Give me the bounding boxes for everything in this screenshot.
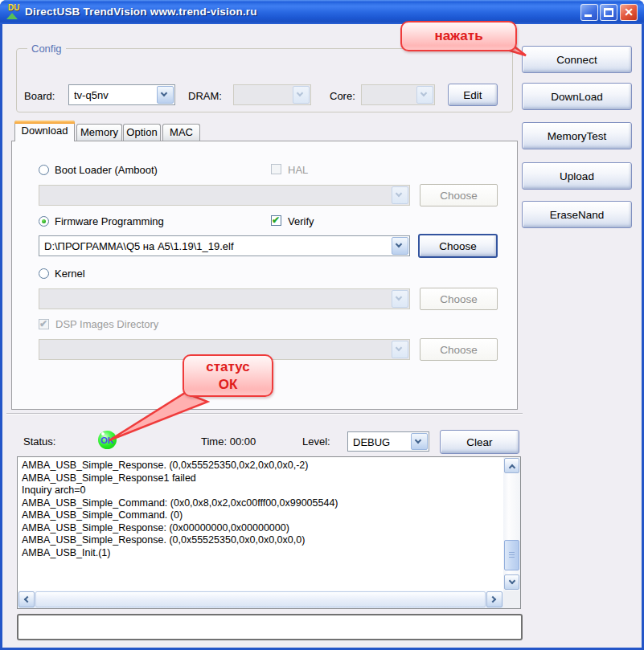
chevron-down-icon	[396, 345, 402, 351]
dsp-path-dropdown-button	[392, 341, 408, 358]
kernel-radio[interactable]	[39, 268, 49, 279]
hal-checkbox	[271, 164, 281, 174]
firmware-path-value: D:\ПРОГРАММА\Q5 на A5\1.19\1_19.elf	[44, 240, 388, 252]
firmware-path-dropdown-button[interactable]	[392, 237, 408, 255]
horizontal-scroll-thumb[interactable]	[35, 591, 486, 607]
board-combobox-value: tv-q5nv	[74, 89, 154, 101]
verify-checkbox-label: Verify	[288, 215, 314, 227]
log-line: AMBA_USB_Simple_Response: (0x00000000,0x…	[22, 522, 499, 535]
titlebar: DU DirectUSB TrendVision www.trend-visio…	[0, 0, 644, 24]
time-value: 00:00	[230, 435, 256, 448]
log-output[interactable]: AMBA_USB_Simple_Response. (0,0x55525350,…	[17, 456, 521, 609]
dram-combobox-dropdown-button	[293, 86, 310, 104]
kernel-path-dropdown-button	[392, 290, 408, 308]
board-combobox-dropdown-button[interactable]	[157, 86, 174, 104]
choose-bootloader-button: Choose	[420, 184, 498, 206]
config-legend: Config	[27, 43, 66, 55]
app-icon: DU	[6, 4, 23, 20]
chevron-down-icon	[509, 578, 515, 584]
firmware-path-combobox[interactable]: D:\ПРОГРАММА\Q5 на A5\1.19\1_19.elf	[39, 235, 410, 256]
log-line: AMBA_USB_Simple_Command. (0)	[22, 509, 499, 522]
log-line: AMBA_USB_Simple_Response1 failed	[22, 472, 499, 485]
log-line: Inquiry arch=0	[22, 484, 499, 497]
bootloader-radio[interactable]	[39, 165, 49, 175]
maximize-button[interactable]	[600, 4, 617, 21]
scrollbar-corner	[503, 591, 520, 608]
log-line: AMBA_USB_Simple_Response. (0,0x55525350,…	[22, 534, 499, 547]
erasenand-button[interactable]: EraseNand	[522, 201, 632, 228]
verify-checkbox[interactable]	[271, 215, 281, 226]
firmware-radio-label: Firmware Programming	[55, 215, 164, 227]
kernel-radio-label: Kernel	[55, 268, 85, 280]
chevron-down-icon	[161, 90, 167, 96]
command-input[interactable]	[17, 614, 523, 640]
log-line: AMBA_USB_Simple_Command: (0x0,0x8,0x2,0x…	[22, 497, 499, 510]
scroll-left-button[interactable]	[18, 591, 35, 607]
tab-memory[interactable]: Memory	[76, 124, 122, 141]
connect-callout: нажать	[400, 21, 517, 51]
download-button[interactable]: DownLoad	[522, 83, 632, 110]
board-label: Board:	[24, 90, 55, 102]
chevron-down-icon	[297, 90, 303, 96]
firmware-radio[interactable]	[39, 216, 49, 227]
connect-button[interactable]: Connect	[522, 46, 632, 73]
level-combobox[interactable]: DEBUG	[347, 431, 429, 452]
app-icon-triangle	[6, 13, 18, 19]
chevron-down-icon	[415, 437, 421, 444]
status-callout: статус ОК	[183, 354, 273, 397]
maximize-icon	[604, 8, 613, 17]
core-label: Core:	[330, 90, 355, 102]
scroll-right-button[interactable]	[486, 591, 502, 607]
core-combobox-dropdown-button	[416, 86, 433, 104]
chevron-down-icon	[396, 294, 402, 300]
tab-download[interactable]: Download	[14, 121, 75, 141]
tab-option[interactable]: Option	[123, 124, 161, 141]
level-combobox-value: DEBUG	[353, 436, 408, 448]
dsp-checkbox-label: DSP Images Directory	[55, 318, 158, 330]
chevron-down-icon	[420, 90, 427, 96]
scroll-up-button[interactable]	[504, 458, 519, 473]
clear-button[interactable]: Clear	[440, 430, 519, 454]
chevron-up-icon	[509, 464, 515, 471]
bootloader-radio-label: Boot Loader (Amboot)	[55, 164, 158, 176]
upload-button[interactable]: Upload	[522, 162, 632, 190]
log-line: AMBA_USB_Simple_Response. (0,0x55525350,…	[22, 460, 499, 472]
tab-mac[interactable]: MAC	[162, 124, 200, 141]
app-window: DU DirectUSB TrendVision www.trend-visio…	[0, 0, 644, 650]
minimize-button[interactable]	[580, 4, 598, 21]
dram-combobox	[233, 84, 311, 105]
level-combobox-dropdown-button[interactable]	[411, 433, 428, 450]
status-label: Status:	[23, 435, 55, 448]
scroll-down-button[interactable]	[504, 574, 519, 590]
edit-button[interactable]: Edit	[448, 84, 498, 106]
memorytest-button[interactable]: MemoryTest	[522, 122, 632, 149]
status-callout-line2: ОК	[184, 376, 272, 394]
dram-label: DRAM:	[188, 90, 222, 102]
chevron-right-icon	[490, 596, 496, 603]
choose-dsp-button: Choose	[420, 338, 498, 361]
close-icon: ✕	[621, 5, 637, 20]
hal-checkbox-label: HAL	[288, 164, 308, 176]
log-line: AMBA_USB_Init.(1)	[22, 547, 499, 560]
status-callout-line1: статус	[184, 358, 272, 376]
window-title: DirectUSB TrendVision www.trend-vision.r…	[25, 6, 257, 18]
choose-kernel-button: Choose	[420, 288, 498, 310]
core-combobox	[361, 84, 435, 105]
divider	[6, 413, 523, 415]
level-label: Level:	[302, 435, 330, 448]
status-callout-arrow	[105, 390, 211, 445]
dsp-checkbox	[39, 319, 49, 329]
bootloader-path-dropdown-button	[392, 186, 408, 204]
chevron-down-icon	[396, 241, 402, 247]
vertical-scrollbar[interactable]	[503, 457, 520, 591]
board-combobox[interactable]: tv-q5nv	[68, 84, 175, 105]
close-button[interactable]: ✕	[620, 4, 638, 21]
chevron-down-icon	[396, 190, 402, 197]
app-icon-text: DU	[8, 3, 19, 12]
vertical-scroll-thumb[interactable]	[504, 540, 519, 570]
horizontal-scrollbar[interactable]	[18, 591, 503, 608]
kernel-path-combobox	[39, 288, 410, 309]
bootloader-path-combobox	[39, 185, 410, 206]
choose-firmware-button[interactable]: Choose	[418, 234, 498, 258]
minimize-icon	[585, 14, 592, 17]
